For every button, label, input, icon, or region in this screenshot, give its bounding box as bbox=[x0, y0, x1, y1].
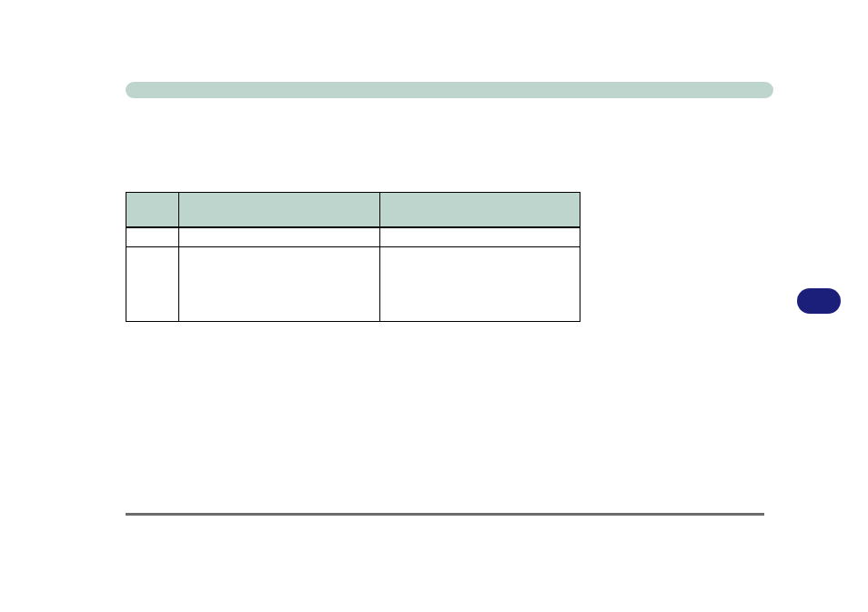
document-page bbox=[0, 0, 868, 612]
table-row bbox=[126, 227, 580, 247]
table-header-cell bbox=[126, 193, 179, 227]
table-header-cell bbox=[380, 193, 580, 227]
table-cell bbox=[126, 227, 179, 247]
table-cell bbox=[380, 247, 580, 322]
table-cell bbox=[178, 247, 380, 322]
table-row bbox=[126, 247, 580, 322]
table-header-row bbox=[126, 193, 580, 227]
page-number-badge bbox=[797, 288, 841, 314]
content-table bbox=[126, 192, 580, 322]
footer-divider bbox=[126, 513, 764, 516]
table-header-cell bbox=[178, 193, 380, 227]
section-title-bar bbox=[126, 82, 773, 98]
table-cell bbox=[380, 227, 580, 247]
table-cell bbox=[126, 247, 179, 322]
table-cell bbox=[178, 227, 380, 247]
